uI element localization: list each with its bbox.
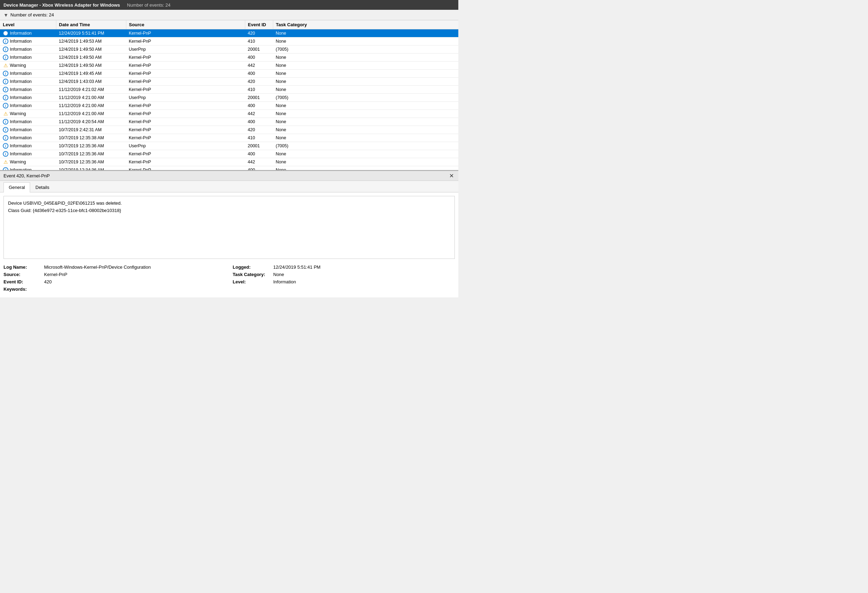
event-source-cell: Kernel-PnP xyxy=(126,166,245,171)
col-header-eventid[interactable]: Event ID xyxy=(245,20,273,30)
event-level-cell: iInformation xyxy=(0,94,56,102)
table-row[interactable]: iInformation10/7/2019 2:42:31 AMKernel-P… xyxy=(0,126,458,134)
event-category-cell: None xyxy=(273,150,458,158)
event-id-cell: 20001 xyxy=(245,94,273,102)
meta-eventid-row: Event ID: 420 xyxy=(3,279,226,285)
events-table: Level Date and Time Source Event ID Task… xyxy=(0,20,458,171)
event-source-cell: Kernel-PnP xyxy=(126,158,245,166)
meta-level-label: Level: xyxy=(233,279,271,285)
info-icon: i xyxy=(3,119,8,125)
event-meta: Log Name: Microsoft-Windows-Kernel-PnP/D… xyxy=(3,263,455,294)
meta-taskcategory-value: None xyxy=(273,272,284,277)
event-level-cell: iInformation xyxy=(0,102,56,110)
event-category-cell: None xyxy=(273,37,458,46)
event-level-cell: iInformation xyxy=(0,53,56,62)
col-header-level[interactable]: Level xyxy=(0,20,56,30)
meta-eventid-label: Event ID: xyxy=(3,279,42,285)
event-category-cell: None xyxy=(273,134,458,142)
event-source-cell: Kernel-PnP xyxy=(126,30,245,37)
event-id-cell: 410 xyxy=(245,134,273,142)
meta-logname-row: Log Name: Microsoft-Windows-Kernel-PnP/D… xyxy=(3,264,226,270)
table-row[interactable]: iInformation11/12/2019 4:21:00 AMKernel-… xyxy=(0,102,458,110)
event-level-text: Information xyxy=(10,95,32,100)
event-source-cell: Kernel-PnP xyxy=(126,78,245,86)
col-header-source[interactable]: Source xyxy=(126,20,245,30)
col-header-datetime[interactable]: Date and Time xyxy=(56,20,126,30)
table-row[interactable]: ⚠Warning12/4/2019 1:49:50 AMKernel-PnP44… xyxy=(0,62,458,69)
filter-icon: ▼ xyxy=(3,12,8,18)
event-level-cell: iInformation xyxy=(0,46,56,53)
meta-taskcategory-row: Task Category: None xyxy=(233,271,455,278)
event-level-text: Information xyxy=(10,127,32,132)
info-icon: i xyxy=(3,143,8,149)
table-row[interactable]: iInformation11/12/2019 4:21:02 AMKernel-… xyxy=(0,86,458,94)
event-source-cell: Kernel-PnP xyxy=(126,53,245,62)
info-icon: i xyxy=(3,38,8,44)
event-level-cell: iInformation xyxy=(0,134,56,142)
event-source-cell: Kernel-PnP xyxy=(126,150,245,158)
table-row[interactable]: iInformation11/12/2019 4:20:54 AMKernel-… xyxy=(0,118,458,126)
event-id-cell: 400 xyxy=(245,150,273,158)
info-icon: i xyxy=(3,127,8,133)
event-id-cell: 20001 xyxy=(245,46,273,53)
tab-general[interactable]: General xyxy=(3,182,30,192)
event-id-cell: 420 xyxy=(245,126,273,134)
table-row[interactable]: iInformation12/4/2019 1:49:50 AMUserPnp2… xyxy=(0,46,458,53)
event-detail-panel: Event 420, Kernel-PnP ✕ General Details … xyxy=(0,171,458,297)
event-level-text: Information xyxy=(10,143,32,148)
table-row[interactable]: iInformation10/7/2019 12:35:36 AMKernel-… xyxy=(0,150,458,158)
table-row[interactable]: iInformation11/12/2019 4:21:00 AMUserPnp… xyxy=(0,94,458,102)
meta-eventid-value: 420 xyxy=(44,279,52,285)
event-id-cell: 400 xyxy=(245,102,273,110)
col-header-taskcategory[interactable]: Task Category xyxy=(273,20,458,30)
event-level-text: Warning xyxy=(10,63,26,68)
close-button[interactable]: ✕ xyxy=(448,173,455,180)
event-level-cell: iInformation xyxy=(0,86,56,94)
event-level-cell: ⚠Warning xyxy=(0,62,56,69)
event-level-text: Information xyxy=(10,103,32,108)
table-row[interactable]: iInformation12/4/2019 1:49:45 AMKernel-P… xyxy=(0,69,458,78)
event-datetime-cell: 10/7/2019 12:34:36 AM xyxy=(56,166,126,171)
event-category-cell: None xyxy=(273,166,458,171)
table-row[interactable]: iInformation12/4/2019 1:49:53 AMKernel-P… xyxy=(0,37,458,46)
warning-icon: ⚠ xyxy=(3,111,8,117)
meta-source-row: Source: Kernel-PnP xyxy=(3,271,226,278)
event-source-cell: Kernel-PnP xyxy=(126,62,245,69)
event-level-text: Information xyxy=(10,31,32,36)
events-table-container[interactable]: Level Date and Time Source Event ID Task… xyxy=(0,20,458,171)
info-icon: i xyxy=(3,95,8,100)
table-row[interactable]: iInformation10/7/2019 12:34:36 AMKernel-… xyxy=(0,166,458,171)
event-level-cell: iInformation xyxy=(0,37,56,46)
message-line: Device USB\VID_045E&PID_02FE\061215 was … xyxy=(8,200,450,207)
event-source-cell: Kernel-PnP xyxy=(126,69,245,78)
table-row[interactable]: iInformation12/24/2019 5:51:41 PMKernel-… xyxy=(0,30,458,37)
event-level-cell: ⚠Warning xyxy=(0,158,56,166)
warning-icon: ⚠ xyxy=(3,159,8,165)
event-level-text: Information xyxy=(10,39,32,44)
event-id-cell: 442 xyxy=(245,62,273,69)
event-level-text: Information xyxy=(10,119,32,124)
info-icon: i xyxy=(3,87,8,92)
event-source-cell: Kernel-PnP xyxy=(126,110,245,118)
event-level-text: Information xyxy=(10,79,32,84)
info-icon: i xyxy=(3,167,8,171)
table-row[interactable]: iInformation10/7/2019 12:35:36 AMUserPnp… xyxy=(0,142,458,150)
detail-tabs: General Details xyxy=(0,181,458,192)
event-datetime-cell: 12/24/2019 5:51:41 PM xyxy=(56,30,126,37)
table-row[interactable]: iInformation10/7/2019 12:35:38 AMKernel-… xyxy=(0,134,458,142)
meta-taskcategory-label: Task Category: xyxy=(233,272,271,277)
event-category-cell: None xyxy=(273,158,458,166)
event-level-cell: ⚠Warning xyxy=(0,110,56,118)
table-row[interactable]: iInformation12/4/2019 1:49:50 AMKernel-P… xyxy=(0,53,458,62)
table-row[interactable]: iInformation12/4/2019 1:43:03 AMKernel-P… xyxy=(0,78,458,86)
event-id-cell: 20001 xyxy=(245,142,273,150)
event-level-cell: iInformation xyxy=(0,118,56,126)
tab-details[interactable]: Details xyxy=(30,182,55,192)
event-source-cell: Kernel-PnP xyxy=(126,37,245,46)
table-row[interactable]: ⚠Warning10/7/2019 12:35:36 AMKernel-PnP4… xyxy=(0,158,458,166)
warning-icon: ⚠ xyxy=(3,63,8,68)
event-level-cell: iInformation xyxy=(0,142,56,150)
event-category-cell: None xyxy=(273,53,458,62)
table-row[interactable]: ⚠Warning11/12/2019 4:21:00 AMKernel-PnP4… xyxy=(0,110,458,118)
event-datetime-cell: 11/12/2019 4:21:02 AM xyxy=(56,86,126,94)
